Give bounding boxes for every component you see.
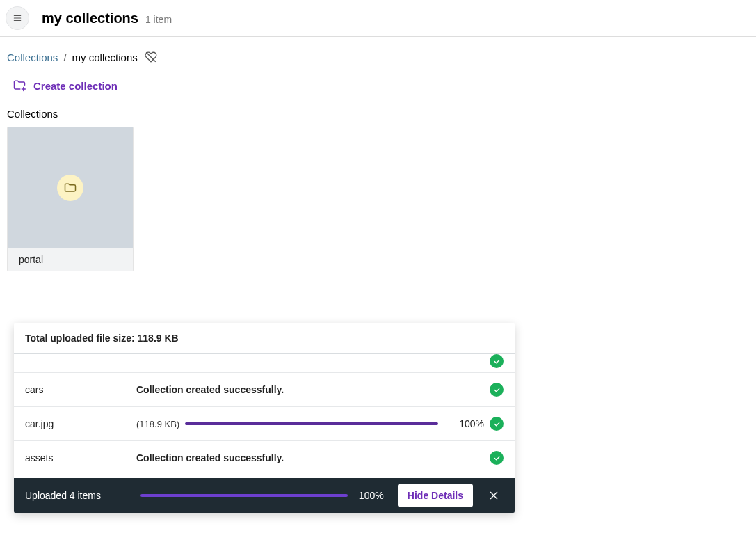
upload-row (14, 354, 515, 373)
upload-row: cars Collection created successfully. (14, 373, 515, 407)
success-badge (490, 451, 504, 465)
breadcrumb-separator: / (63, 51, 66, 63)
success-badge (490, 383, 504, 397)
upload-footer: Uploaded 4 items 100% Hide Details (14, 478, 515, 513)
favorite-icon[interactable] (145, 51, 157, 63)
upload-row: assets Collection created successfully. (14, 441, 515, 475)
collection-thumbnail (8, 127, 133, 248)
check-icon (493, 358, 501, 365)
upload-total-progress-bar (140, 494, 348, 497)
upload-total-percent: 100% (359, 490, 387, 501)
create-collection-button[interactable]: Create collection (0, 63, 756, 93)
hamburger-icon (13, 13, 22, 23)
upload-item-name: cars (25, 384, 136, 395)
upload-progress-bar (185, 422, 438, 425)
success-badge (490, 417, 504, 431)
upload-item-message: Collection created successfully. (136, 384, 484, 395)
check-icon (493, 420, 501, 428)
close-icon (488, 490, 499, 501)
item-count: 1 item (145, 14, 172, 25)
hide-details-button[interactable]: Hide Details (398, 484, 473, 507)
breadcrumb-root[interactable]: Collections (7, 51, 58, 63)
upload-progress-percent: 100% (449, 418, 484, 429)
upload-status: Uploaded 4 items (25, 490, 129, 501)
collection-card[interactable]: portal (7, 127, 134, 271)
upload-row: car.jpg (118.9 KB) 100% (14, 407, 515, 441)
upload-item-name: car.jpg (25, 418, 136, 429)
folder-icon (63, 181, 77, 195)
success-badge (490, 354, 504, 368)
folder-plus-icon (13, 79, 26, 93)
menu-button[interactable] (6, 6, 29, 30)
upload-panel: Total uploaded file size: 118.9 KB cars … (14, 323, 515, 513)
breadcrumb: Collections / my collections (0, 37, 756, 63)
create-collection-label: Create collection (33, 80, 118, 92)
collection-name: portal (8, 248, 133, 271)
check-icon (493, 454, 501, 462)
breadcrumb-current: my collections (72, 51, 138, 63)
upload-item-size: (118.9 KB) (136, 419, 185, 429)
page-title: my collections (42, 10, 138, 26)
upload-item-name: assets (25, 452, 136, 463)
upload-total-label: Total uploaded file size: 118.9 KB (14, 323, 515, 354)
upload-list[interactable]: cars Collection created successfully. ca… (14, 354, 515, 478)
collections-section-label: Collections (0, 93, 756, 127)
upload-item-message: Collection created successfully. (136, 452, 484, 463)
close-panel-button[interactable] (484, 486, 504, 505)
check-icon (493, 386, 501, 394)
